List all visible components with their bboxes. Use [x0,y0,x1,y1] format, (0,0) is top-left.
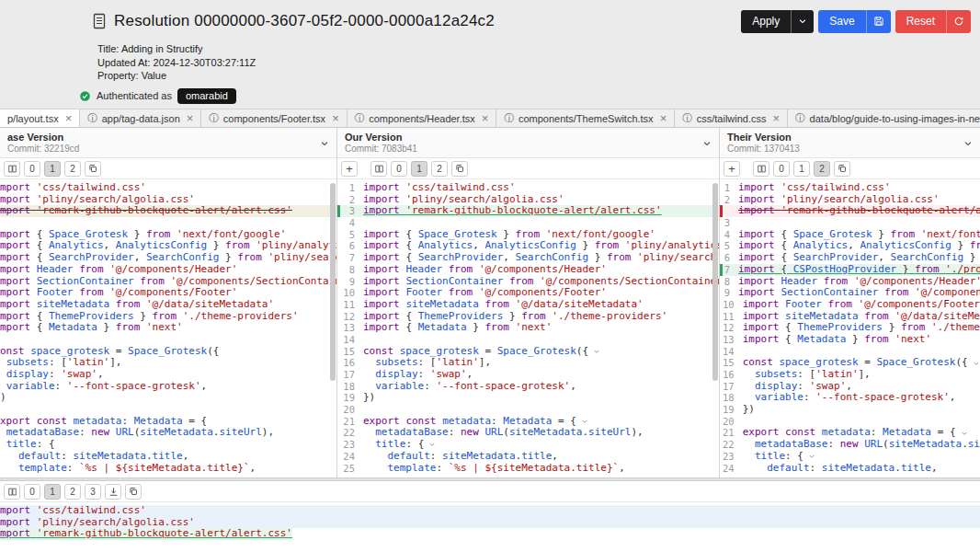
book-button[interactable] [370,161,387,177]
reset-button[interactable]: Reset [895,10,971,33]
context-3-button[interactable]: 3 [85,484,101,500]
context-1-button[interactable]: 1 [793,161,810,177]
fold-icon[interactable] [593,346,600,358]
code-line: 4import { Space_Grotesk } from 'next/fon… [720,229,980,241]
fold-icon[interactable] [428,439,436,451]
context-1-button[interactable]: 1 [44,484,61,500]
code-text: mport siteMetadata from '@/data/siteMeta… [0,299,274,311]
code-editor[interactable]: mport 'css/tailwind.css'mport 'pliny/sea… [0,502,980,552]
scrollbar[interactable] [330,183,336,474]
code-editor[interactable]: mport 'css/tailwind.css'mport 'pliny/sea… [0,179,336,477]
scrollbar-thumb[interactable] [712,183,718,381]
fold-icon[interactable] [973,357,980,369]
context-2-button[interactable]: 2 [64,484,81,500]
fold-icon[interactable] [581,416,588,428]
file-tab[interactable]: p/layout.tsx× [0,109,80,127]
code-text: import Header from '@/components/Header' [363,264,607,276]
resolution-meta: Title: Adding in Structify Updated At: 2… [0,42,980,83]
code-line: mport 'pliny/search/algolia.css' [0,517,980,529]
reset-icon-button[interactable] [946,10,971,33]
pane-collapse-button[interactable] [702,139,712,148]
file-tab[interactable]: ⓘdata/blog/guide-to-using-images-in-next… [788,109,980,127]
close-icon[interactable]: × [187,112,194,124]
pane-title: ase Version [7,132,79,143]
copy-button[interactable] [85,161,101,177]
book-button[interactable] [753,161,769,177]
fold-icon[interactable] [808,451,815,463]
code-text: export const metadata: Metadata = { [743,427,956,439]
code-text: variable: '--font-space-grotesk', [743,392,956,404]
code-editor[interactable]: 1import 'css/tailwind.css'2import 'pliny… [720,179,980,477]
context-2-button[interactable]: 2 [431,161,448,177]
apply-button-label[interactable]: Apply [741,10,791,33]
file-tab[interactable]: ⓘapp/tag-data.json× [80,109,201,127]
code-text: metadataBase: new URL(siteMetadata.siteU… [0,427,274,439]
code-text: export const metadata: Metadata = { [363,416,576,428]
line-number: 12 [723,322,743,334]
pane-collapse-button[interactable] [320,139,329,148]
apply-dropdown-button[interactable] [791,10,814,33]
code-line: 17 display: 'swap', [720,381,980,393]
scrollbar-thumb[interactable] [330,183,336,381]
context-0-button[interactable]: 0 [773,161,790,177]
code-text: import Footer from '@/components/Footer' [363,287,607,299]
copy-button[interactable] [451,161,468,177]
book-button[interactable] [4,161,20,177]
info-icon[interactable]: ⓘ [355,113,365,123]
context-2-button[interactable]: 2 [814,161,830,177]
book-button[interactable] [4,484,20,500]
file-tab[interactable]: ⓘcss/tailwind.css× [675,109,788,127]
info-icon[interactable]: ⓘ [209,113,219,123]
close-icon[interactable]: × [332,112,339,124]
code-line: 8import Header from '@/components/Header… [720,276,980,288]
context-0-button[interactable]: 0 [24,484,40,500]
save-button[interactable]: Save [818,10,890,33]
code-text: template: `%s | ${siteMetadata.title}`, [363,463,625,475]
code-text: import 'css/tailwind.css' [363,182,516,194]
scrollbar[interactable] [712,183,718,474]
info-icon[interactable]: ⓘ [87,113,97,123]
apply-button[interactable]: Apply [741,10,814,33]
code-text: ) [0,392,6,404]
context-0-button[interactable]: 0 [24,161,40,177]
context-2-button[interactable]: 2 [64,161,81,177]
pane-commit: Commit: 1370413 [727,144,800,154]
copy-button[interactable] [125,484,142,500]
code-text: import { Analytics, AnalyticsConfig } fr… [363,240,719,252]
code-line: 1import 'css/tailwind.css' [337,182,719,194]
context-1-button[interactable]: 1 [411,161,427,177]
line-number: 11 [340,299,363,311]
save-button-label[interactable]: Save [818,10,865,33]
line-number: 10 [340,287,363,299]
close-icon[interactable]: × [773,112,781,124]
fold-icon[interactable] [961,427,968,439]
code-text: mport 'css/tailwind.css' [0,505,146,517]
code-editor[interactable]: 1import 'css/tailwind.css'2import 'pliny… [337,179,719,477]
context-0-button[interactable]: 0 [391,161,407,177]
app-window: Resolution 00000000-3607-05f2-0000-0000a… [0,0,980,552]
close-icon[interactable]: × [660,112,667,124]
context-1-button[interactable]: 1 [44,161,61,177]
tab-label: components/Header.tsx [369,113,475,124]
file-tab[interactable]: ⓘcomponents/ThemeSwitch.tsx× [496,109,675,127]
close-icon[interactable]: × [482,112,489,124]
pane-collapse-button[interactable] [963,139,973,148]
export-button[interactable] [105,484,121,500]
save-icon-button[interactable] [866,10,891,33]
file-tab[interactable]: ⓘcomponents/Footer.tsx× [201,109,347,127]
add-button[interactable]: + [341,161,358,177]
code-line: 19}) [337,392,719,404]
close-icon[interactable]: × [65,112,73,124]
code-text: mport { Analytics, AnalyticsConfig } fro… [0,240,336,252]
reset-button-label[interactable]: Reset [895,10,946,33]
info-icon[interactable]: ⓘ [682,113,692,123]
code-line: 1import 'css/tailwind.css' [720,182,980,194]
book-icon [757,164,767,174]
pane-toolbar: +012 [337,158,719,179]
file-tab[interactable]: ⓘcomponents/Header.tsx× [348,109,497,127]
copy-button[interactable] [834,161,850,177]
info-icon[interactable]: ⓘ [504,113,514,123]
info-icon[interactable]: ⓘ [795,113,805,123]
code-line [0,217,336,229]
add-button[interactable]: + [724,161,740,177]
